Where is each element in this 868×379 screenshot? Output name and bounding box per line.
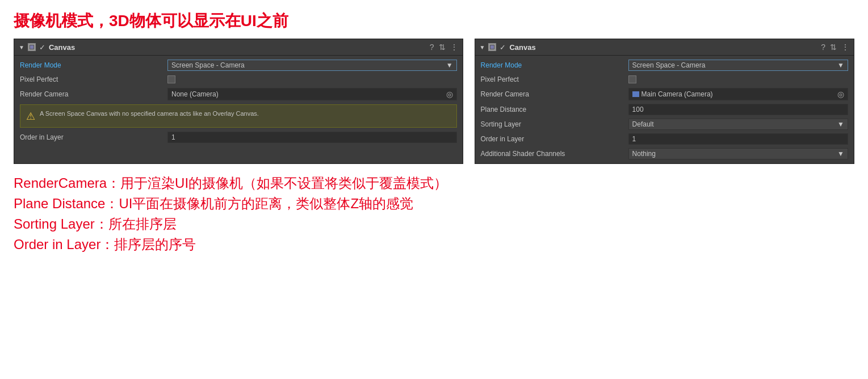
right-render-mode-label: Render Mode: [481, 61, 628, 69]
right-sorting-layer-chevron: ▼: [837, 120, 844, 128]
right-help-icon[interactable]: ?: [821, 43, 825, 52]
left-order-layer-value: 1: [171, 133, 175, 141]
annotations-area: RenderCamera：用于渲染UI的摄像机（如果不设置将类似于覆盖模式） P…: [0, 170, 868, 254]
right-render-mode-dropdown[interactable]: Screen Space - Camera ▼: [628, 60, 848, 71]
right-render-mode-chevron: ▼: [837, 61, 844, 69]
left-target-icon[interactable]: ◎: [446, 90, 453, 99]
left-pixel-perfect-row: Pixel Perfect: [14, 73, 463, 86]
svg-rect-1: [30, 45, 33, 49]
main-title: 摄像机模式，3D物体可以显示在UI之前: [14, 10, 854, 32]
left-menu-icon[interactable]: ⋮: [450, 43, 458, 52]
left-panel-header: ▼ ✓ Canvas ? ⇅ ⋮: [14, 39, 463, 56]
left-render-mode-row: Render Mode Screen Space - Camera ▼: [14, 58, 463, 73]
right-panel-header-icons: ? ⇅ ⋮: [821, 43, 849, 52]
left-render-camera-row: Render Camera None (Camera) ◎: [14, 86, 463, 102]
right-check-icon[interactable]: ✓: [500, 43, 506, 52]
right-order-layer-input[interactable]: 1: [628, 133, 848, 145]
right-shader-channels-value: Nothing: [632, 150, 656, 158]
right-shader-channels-label: Additional Shader Channels: [481, 150, 628, 158]
right-plane-distance-row: Plane Distance 100: [475, 102, 854, 117]
panels-row: ▼ ✓ Canvas ? ⇅ ⋮ Render Mode Screen Spac…: [0, 39, 868, 164]
left-render-camera-label: Render Camera: [20, 90, 167, 98]
right-plane-distance-value: 100: [632, 106, 644, 113]
right-inspector-panel: ▼ ✓ Canvas ? ⇅ ⋮ Render Mode Screen Spac…: [475, 39, 854, 164]
left-render-mode-arrow: ▼: [446, 61, 453, 69]
left-inspector-panel: ▼ ✓ Canvas ? ⇅ ⋮ Render Mode Screen Spac…: [14, 39, 463, 164]
right-plane-distance-input[interactable]: 100: [628, 104, 848, 115]
right-render-camera-value: Main Camera (Camera): [641, 90, 713, 98]
left-order-layer-input[interactable]: 1: [167, 132, 457, 143]
right-camera-color-icon: [632, 91, 639, 97]
right-shader-channels-dropdown[interactable]: Nothing ▼: [628, 148, 848, 159]
left-check-icon[interactable]: ✓: [39, 43, 45, 52]
left-render-camera-value: None (Camera): [171, 90, 219, 98]
right-sorting-layer-label: Sorting Layer: [481, 120, 628, 128]
left-warning-icon: ⚠: [26, 110, 35, 123]
right-render-camera-row: Render Camera Main Camera (Camera) ◎: [475, 86, 854, 102]
right-pixel-perfect-checkbox[interactable]: [628, 75, 636, 83]
right-order-layer-label: Order in Layer: [481, 135, 628, 143]
right-render-camera-label: Render Camera: [481, 90, 628, 98]
right-plane-distance-label: Plane Distance: [481, 106, 628, 113]
right-sorting-layer-row: Sorting Layer Default ▼: [475, 117, 854, 132]
right-shader-channels-row: Additional Shader Channels Nothing ▼: [475, 146, 854, 161]
right-panel-body: Render Mode Screen Space - Camera ▼ Pixe…: [475, 56, 854, 163]
right-target-icon[interactable]: ◎: [837, 90, 844, 99]
right-pixel-perfect-row: Pixel Perfect: [475, 73, 854, 86]
left-arrow-icon[interactable]: ▼: [19, 44, 24, 50]
right-render-mode-row: Render Mode Screen Space - Camera ▼: [475, 58, 854, 73]
annotation-line-1: RenderCamera：用于渲染UI的摄像机（如果不设置将类似于覆盖模式）: [14, 174, 854, 192]
left-warning-box: ⚠ A Screen Space Canvas with no specifie…: [20, 104, 457, 128]
right-render-camera-input[interactable]: Main Camera (Camera) ◎: [628, 88, 848, 100]
right-canvas-icon: [488, 43, 496, 51]
annotation-line-3: Sorting Layer：所在排序层: [14, 215, 854, 233]
left-panel-body: Render Mode Screen Space - Camera ▼ Pixe…: [14, 56, 463, 147]
left-canvas-icon: [28, 43, 36, 51]
left-order-layer-row: Order in Layer 1: [14, 130, 463, 145]
left-panel-title: Canvas: [49, 43, 426, 52]
left-render-mode-value: Screen Space - Camera: [171, 61, 245, 69]
right-panel-title: Canvas: [509, 43, 817, 52]
left-help-icon[interactable]: ?: [430, 43, 434, 52]
left-warning-text: A Screen Space Canvas with no specified …: [40, 110, 259, 118]
right-pixel-perfect-label: Pixel Perfect: [481, 75, 628, 83]
left-render-mode-dropdown[interactable]: Screen Space - Camera ▼: [167, 60, 457, 71]
right-arrow-icon[interactable]: ▼: [480, 44, 485, 50]
left-order-layer-label: Order in Layer: [20, 133, 167, 141]
annotation-line-4: Order in Layer：排序层的序号: [14, 235, 854, 254]
right-sorting-layer-value: Default: [632, 120, 654, 128]
left-pixel-perfect-checkbox[interactable]: [167, 75, 175, 83]
left-pixel-perfect-label: Pixel Perfect: [20, 75, 167, 83]
right-order-layer-value: 1: [632, 135, 636, 143]
svg-rect-3: [490, 45, 494, 49]
left-panel-header-icons: ? ⇅ ⋮: [430, 43, 458, 52]
left-render-mode-label: Render Mode: [20, 61, 167, 69]
right-sorting-layer-dropdown[interactable]: Default ▼: [628, 119, 848, 130]
right-menu-icon[interactable]: ⋮: [841, 43, 849, 52]
right-panel-header: ▼ ✓ Canvas ? ⇅ ⋮: [475, 39, 854, 56]
right-shader-channels-chevron: ▼: [837, 150, 844, 158]
annotation-line-2: Plane Distance：UI平面在摄像机前方的距离，类似整体Z轴的感觉: [14, 195, 854, 213]
right-render-mode-value: Screen Space - Camera: [632, 61, 706, 69]
left-render-camera-input[interactable]: None (Camera) ◎: [167, 88, 457, 100]
left-layout-icon[interactable]: ⇅: [439, 43, 446, 52]
right-layout-icon[interactable]: ⇅: [830, 43, 837, 52]
right-order-layer-row: Order in Layer 1: [475, 132, 854, 146]
title-area: 摄像机模式，3D物体可以显示在UI之前: [0, 0, 868, 39]
left-render-camera-field: None (Camera) ◎: [167, 88, 457, 100]
